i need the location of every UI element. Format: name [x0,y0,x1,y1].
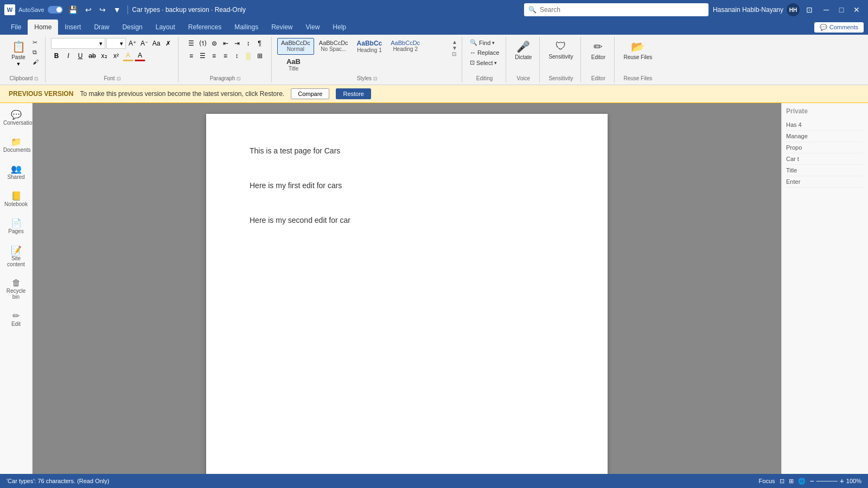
styles-expand[interactable]: ⊡ [373,76,378,81]
style-no-spacing-preview: AaBbCcDc [319,40,348,46]
change-case-button[interactable]: Aa [151,38,162,49]
minimize-button[interactable]: ─ [819,4,833,15]
style-no-spacing[interactable]: AaBbCcDc No Spac... [315,38,352,55]
tab-references[interactable]: References [182,20,228,35]
comments-button[interactable]: 💬 Comments [814,22,864,33]
align-left-button[interactable]: ≡ [186,50,197,61]
tab-file[interactable]: File [4,20,28,35]
paragraph-expand-icon[interactable]: ⊡ [237,76,241,81]
ribbon-group-styles: AaBbCcDc Normal AaBbCcDc No Spac... AaBb… [273,37,462,82]
align-right-button[interactable]: ≡ [209,50,220,61]
compare-button[interactable]: Compare [291,88,329,99]
view-layout-icon[interactable]: ⊞ [789,478,794,485]
sidebar-item-documents[interactable]: 📁 Documents [2,134,30,155]
zoom-slider[interactable]: ───── [816,478,838,484]
zoom-in-button[interactable]: + [840,477,844,485]
ribbon-group-font: ▾ ▾ A⁺ A⁻ Aa ✗ B I U ab x₂ x² A A [47,37,178,82]
paste-button[interactable]: 📋 Paste ▼ [8,38,29,69]
shading-button[interactable]: ▓ [243,50,254,61]
clipboard-expand-icon[interactable]: ⊡ [34,76,39,81]
tab-home[interactable]: Home [28,20,58,35]
close-button[interactable]: ✕ [850,4,864,15]
strikethrough-button[interactable]: ab [87,50,98,61]
redo-icon[interactable]: ↪ [97,4,108,15]
align-center-button[interactable]: ☰ [197,50,208,61]
sidebar-item-recycle-bin[interactable]: 🗑 Recycle bin [2,276,30,302]
view-web-icon[interactable]: 🌐 [798,478,806,485]
sensitivity-button[interactable]: 🛡 Sensitivity [545,38,576,62]
decrease-indent-button[interactable]: ⇤ [220,38,231,49]
style-title-label: Title [281,66,306,72]
tab-mailings[interactable]: Mailings [228,20,265,35]
font-name-selector[interactable]: ▾ [51,38,105,49]
multilevel-button[interactable]: ⊜ [209,38,220,49]
tab-help[interactable]: Help [326,20,353,35]
sidebar-item-notebook[interactable]: 📒 Notebook [2,189,30,209]
styles-expand-icon[interactable]: ⊡ [452,51,457,57]
format-painter-button[interactable]: 🖌 [30,57,41,66]
sidebar-item-conversations[interactable]: 💬 Conversations [2,107,30,128]
layout-icon[interactable]: ⊡ [804,4,815,15]
tab-review[interactable]: Review [265,20,299,35]
text-highlight-button[interactable]: A [123,50,133,61]
more-tools-icon[interactable]: ▼ [111,4,123,15]
cut-button[interactable]: ✂ [30,38,41,47]
increase-indent-button[interactable]: ⇥ [232,38,242,49]
view-normal-icon[interactable]: ⊡ [780,478,784,485]
dictate-button[interactable]: 🎤 Dictate [512,38,535,62]
subscript-button[interactable]: x₂ [99,50,110,61]
tab-insert[interactable]: Insert [58,20,87,35]
show-hide-button[interactable]: ¶ [254,38,265,49]
style-heading2[interactable]: AaBbCcDc Heading 2 [387,38,424,55]
user-avatar[interactable]: HH [787,3,800,16]
font-expand-icon[interactable]: ⊡ [117,76,121,81]
font-size-selector[interactable]: ▾ [106,38,126,49]
tab-design[interactable]: Design [116,20,149,35]
replace-button[interactable]: ↔ Replace [468,48,501,57]
style-normal[interactable]: AaBbCcDc Normal [277,38,314,55]
styles-scroll-up[interactable]: ▲ [452,39,457,45]
save-icon[interactable]: 💾 [66,4,80,15]
line-spacing-button[interactable]: ↕ [232,50,242,61]
underline-button[interactable]: U [75,50,86,61]
document-page[interactable]: This is a test page for Cars Here is my … [206,114,608,477]
undo-icon[interactable]: ↩ [83,4,94,15]
sidebar-item-shared[interactable]: 👥 Shared [2,162,30,182]
editor-button[interactable]: ✏ Editor [588,38,609,62]
tab-draw[interactable]: Draw [87,20,116,35]
style-title[interactable]: AaB Title [277,56,310,73]
restore-button[interactable]: Restore [336,88,371,99]
sort-button[interactable]: ↕ [243,38,254,49]
search-box[interactable]: 🔍 [524,3,709,16]
sidebar-item-pages[interactable]: 📄 Pages [2,216,30,236]
focus-button[interactable]: Focus [759,478,775,484]
sidebar-item-edit[interactable]: ✏ Edit [2,309,30,329]
styles-scroll-down[interactable]: ▼ [452,45,457,51]
select-dropdown-icon: ▾ [494,60,497,66]
superscript-button[interactable]: x² [111,50,122,61]
bullets-button[interactable]: ☰ [186,38,197,49]
copy-button[interactable]: ⧉ [30,48,41,57]
select-button[interactable]: ⊡ Select ▾ [468,58,500,67]
italic-button[interactable]: I [63,50,74,61]
borders-button[interactable]: ⊞ [254,50,265,61]
right-sidebar-item-3: Propo [786,142,864,153]
style-heading1[interactable]: AaBbCc Heading 1 [353,38,386,55]
tab-layout[interactable]: Layout [149,20,182,35]
bold-button[interactable]: B [51,50,62,61]
reuse-files-button[interactable]: 📂 Reuse Files [620,38,655,62]
clear-formatting-button[interactable]: ✗ [163,38,174,49]
zoom-out-button[interactable]: − [810,477,814,485]
paragraph-row1: ☰ ⑴ ⊜ ⇤ ⇥ ↕ ¶ [186,38,265,49]
text-color-button[interactable]: A [135,50,145,61]
sidebar-item-site-content[interactable]: 📝 Site content [2,243,30,269]
font-grow-button[interactable]: A⁺ [127,38,138,49]
justify-button[interactable]: ≡ [220,50,231,61]
maximize-button[interactable]: □ [834,4,848,15]
find-button[interactable]: 🔍 Find ▾ [468,38,497,47]
numbering-button[interactable]: ⑴ [197,38,208,49]
font-shrink-button[interactable]: A⁻ [139,38,150,49]
search-input[interactable] [540,6,704,14]
autosave-toggle[interactable] [48,6,63,14]
tab-view[interactable]: View [299,20,327,35]
